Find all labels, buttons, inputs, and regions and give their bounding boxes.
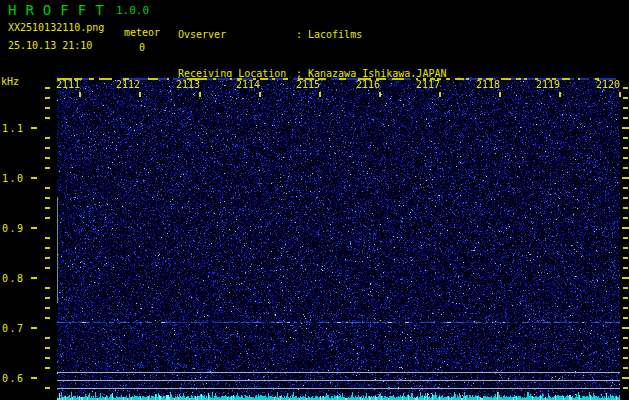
freq-minor-tick (45, 87, 50, 89)
freq-minor-tick-right (623, 217, 628, 219)
freq-minor-tick (45, 357, 50, 359)
time-tick (79, 92, 81, 97)
freq-minor-tick-right (623, 337, 628, 339)
separator: : (296, 28, 308, 41)
freq-minor-tick-right (623, 97, 628, 99)
freq-minor-tick (45, 267, 50, 269)
freq-label: 1.1 (2, 123, 30, 134)
capture-mode-label: meteor (124, 27, 160, 38)
time-label: 2112 (115, 79, 140, 90)
station-value: Lacofilms (308, 29, 362, 40)
time-label: 2111 (55, 79, 80, 90)
freq-minor-tick (45, 237, 50, 239)
freq-minor-tick-right (623, 207, 628, 209)
freq-minor-tick-right (623, 187, 628, 189)
freq-minor-tick (45, 317, 50, 319)
time-tick (319, 92, 321, 97)
time-label: 2113 (175, 79, 200, 90)
time-label: 2120 (595, 79, 620, 90)
freq-major-tick (31, 227, 37, 229)
freq-minor-tick-right (623, 317, 628, 319)
freq-major-tick (31, 127, 37, 129)
freq-major-tick (31, 327, 37, 329)
freq-minor-tick (45, 137, 50, 139)
freq-axis-unit: kHz (1, 76, 19, 87)
freq-label: 0.8 (2, 273, 30, 284)
freq-minor-tick (45, 387, 50, 389)
time-tick (439, 92, 441, 97)
freq-minor-tick (45, 117, 50, 119)
freq-minor-tick (45, 207, 50, 209)
freq-minor-tick-right (623, 107, 628, 109)
freq-minor-tick-right (623, 257, 628, 259)
app-version: 1.0.0 (116, 4, 149, 17)
spectrogram-canvas (57, 77, 620, 400)
station-label: Ovserver (178, 28, 296, 41)
freq-major-tick-right (622, 327, 629, 329)
time-label: 2114 (235, 79, 260, 90)
freq-label: 1.0 (2, 173, 30, 184)
freq-minor-tick-right (623, 87, 628, 89)
meteor-count: 0 (139, 42, 145, 53)
time-tick (619, 92, 621, 97)
time-label: 2118 (475, 79, 500, 90)
time-tick (499, 92, 501, 97)
freq-minor-tick (45, 337, 50, 339)
freq-minor-tick (45, 107, 50, 109)
freq-minor-tick-right (623, 267, 628, 269)
freq-minor-tick (45, 167, 50, 169)
freq-label: 0.6 (2, 373, 30, 384)
capture-timestamp: 25.10.13 21:10 (8, 40, 92, 51)
freq-minor-tick-right (623, 307, 628, 309)
freq-minor-tick (45, 97, 50, 99)
freq-minor-tick (45, 367, 50, 369)
freq-minor-tick (45, 347, 50, 349)
freq-minor-tick (45, 157, 50, 159)
freq-minor-tick (45, 257, 50, 259)
freq-minor-tick-right (623, 247, 628, 249)
station-row-observer: Ovserver:Lacofilms (178, 28, 446, 41)
freq-minor-tick-right (623, 387, 628, 389)
freq-minor-tick-right (623, 197, 628, 199)
freq-minor-tick (45, 247, 50, 249)
freq-label: 0.9 (2, 223, 30, 234)
freq-minor-tick-right (623, 287, 628, 289)
freq-minor-tick (45, 287, 50, 289)
freq-minor-tick-right (623, 367, 628, 369)
freq-minor-tick-right (623, 297, 628, 299)
freq-minor-tick (45, 297, 50, 299)
app-title: HROFFT (8, 2, 113, 18)
time-tick (259, 92, 261, 97)
time-tick (559, 92, 561, 97)
capture-filename: XX2510132110.png (8, 22, 104, 33)
freq-minor-tick-right (623, 147, 628, 149)
time-label: 2117 (415, 79, 440, 90)
time-tick (139, 92, 141, 97)
freq-minor-tick-right (623, 237, 628, 239)
freq-minor-tick-right (623, 347, 628, 349)
freq-major-tick-right (622, 227, 629, 229)
time-label: 2116 (355, 79, 380, 90)
freq-minor-tick (45, 147, 50, 149)
hrofft-window: HROFFT 1.0.0 XX2510132110.png meteor 25.… (0, 0, 629, 400)
freq-major-tick-right (622, 377, 629, 379)
freq-minor-tick-right (623, 167, 628, 169)
freq-minor-tick-right (623, 157, 628, 159)
time-label: 2115 (295, 79, 320, 90)
freq-major-tick (31, 177, 37, 179)
freq-major-tick-right (622, 177, 629, 179)
freq-major-tick-right (622, 127, 629, 129)
freq-major-tick-right (622, 277, 629, 279)
freq-minor-tick (45, 187, 50, 189)
freq-minor-tick (45, 197, 50, 199)
freq-minor-tick-right (623, 357, 628, 359)
freq-minor-tick-right (623, 137, 628, 139)
time-tick (199, 92, 201, 97)
freq-minor-tick-right (623, 117, 628, 119)
freq-major-tick (31, 377, 37, 379)
freq-label: 0.7 (2, 323, 30, 334)
freq-minor-tick (45, 307, 50, 309)
freq-minor-tick (45, 217, 50, 219)
time-label: 2119 (535, 79, 560, 90)
freq-major-tick (31, 277, 37, 279)
